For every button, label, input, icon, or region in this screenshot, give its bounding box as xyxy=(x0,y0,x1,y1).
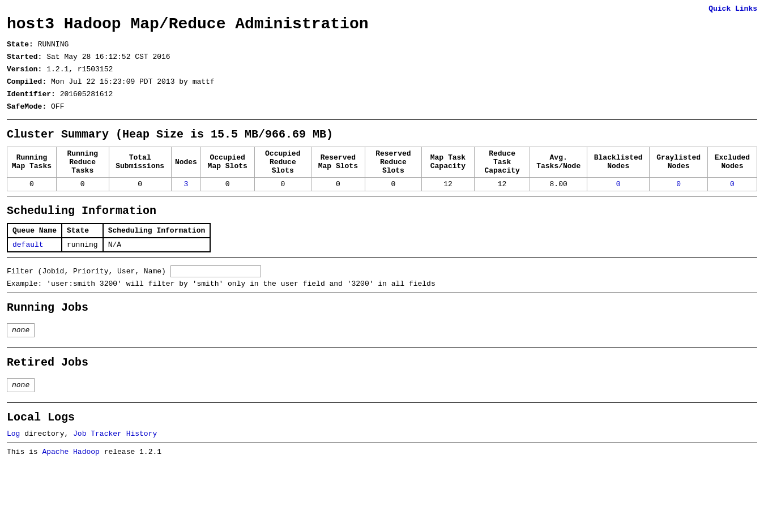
cell-occupied-reduce-slots: 0 xyxy=(254,177,311,191)
divider-1 xyxy=(7,119,757,120)
cell-occupied-map-slots: 0 xyxy=(200,177,254,191)
cell-reserved-reduce-slots: 0 xyxy=(365,177,421,191)
identifier-value: 201605281612 xyxy=(60,90,113,98)
cell-reduce-task-capacity: 12 xyxy=(474,177,530,191)
col-reduce-task-capacity: Reduce Task Capacity xyxy=(474,147,530,177)
col-excluded-nodes: Excluded Nodes xyxy=(707,147,757,177)
excluded-nodes-link[interactable]: 0 xyxy=(730,180,735,188)
graylisted-nodes-link[interactable]: 0 xyxy=(676,180,681,188)
cell-reserved-map-slots: 0 xyxy=(311,177,365,191)
safemode-value: OFF xyxy=(51,102,64,111)
divider-4 xyxy=(7,293,757,293)
cluster-table-header-row: Running Map Tasks Running Reduce Tasks T… xyxy=(7,147,757,177)
col-running-map-tasks: Running Map Tasks xyxy=(7,147,57,177)
status-block: State: RUNNING Started: Sat May 28 16:12… xyxy=(7,38,757,114)
cluster-summary-title: Cluster Summary (Heap Size is 15.5 MB/96… xyxy=(7,128,757,141)
col-blacklisted-nodes: Blacklisted Nodes xyxy=(587,147,650,177)
col-nodes: Nodes xyxy=(171,147,200,177)
cell-avg-tasks-node: 8.00 xyxy=(530,177,587,191)
divider-2 xyxy=(7,196,757,196)
sched-cell-state: running xyxy=(62,238,103,252)
nodes-link[interactable]: 3 xyxy=(183,180,188,188)
sched-cell-info: N/A xyxy=(103,238,211,252)
version-value: 1.2.1, r1503152 xyxy=(46,65,113,74)
col-map-task-capacity: Map Task Capacity xyxy=(422,147,475,177)
divider-6 xyxy=(7,402,757,403)
blacklisted-nodes-link[interactable]: 0 xyxy=(616,180,621,188)
status-version-row: Version: 1.2.1, r1503152 xyxy=(7,63,757,76)
status-compiled-row: Compiled: Mon Jul 22 15:23:09 PDT 2013 b… xyxy=(7,76,757,88)
version-label: Version: xyxy=(7,65,42,74)
quick-links-bar: Quick Links xyxy=(7,5,757,13)
status-started-row: Started: Sat May 28 16:12:52 CST 2016 xyxy=(7,51,757,63)
divider-5 xyxy=(7,347,757,348)
col-reserved-map-slots: Reserved Map Slots xyxy=(311,147,365,177)
footer-text: This is Apache Hadoop release 1.2.1 xyxy=(7,448,757,456)
status-state-row: State: RUNNING xyxy=(7,38,757,51)
cell-running-reduce-tasks: 0 xyxy=(56,177,109,191)
state-label: State: xyxy=(7,40,33,49)
status-identifier-row: Identifier: 201605281612 xyxy=(7,88,757,101)
divider-3 xyxy=(7,257,757,258)
started-value: Sat May 28 16:12:52 CST 2016 xyxy=(46,53,170,61)
scheduling-title: Scheduling Information xyxy=(7,204,757,217)
safemode-label: SafeMode: xyxy=(7,102,46,111)
sched-col-state: State xyxy=(62,224,103,238)
log-directory-text: directory, xyxy=(24,430,73,438)
sched-cell-queue-name: default xyxy=(7,238,62,252)
local-logs-title: Local Logs xyxy=(7,411,757,424)
cell-map-task-capacity: 12 xyxy=(422,177,475,191)
retired-jobs-title: Retired Jobs xyxy=(7,356,757,369)
scheduling-table: Queue Name State Scheduling Information … xyxy=(7,223,211,252)
local-logs-links: Log directory, Job Tracker History xyxy=(7,430,757,438)
cell-nodes: 3 xyxy=(171,177,200,191)
cell-graylisted-nodes: 0 xyxy=(650,177,708,191)
sched-header-row: Queue Name State Scheduling Information xyxy=(7,224,210,238)
cell-blacklisted-nodes: 0 xyxy=(587,177,650,191)
footer-before: This is xyxy=(7,448,38,456)
cell-excluded-nodes: 0 xyxy=(707,177,757,191)
started-label: Started: xyxy=(7,53,42,61)
running-jobs-title: Running Jobs xyxy=(7,301,757,314)
filter-example: Example: 'user:smith 3200' will filter b… xyxy=(7,280,757,288)
col-graylisted-nodes: Graylisted Nodes xyxy=(650,147,708,177)
cluster-summary-table: Running Map Tasks Running Reduce Tasks T… xyxy=(7,147,757,191)
divider-7 xyxy=(7,443,757,443)
identifier-label: Identifier: xyxy=(7,90,56,98)
col-avg-tasks-node: Avg. Tasks/Node xyxy=(530,147,587,177)
cell-running-map-tasks: 0 xyxy=(7,177,57,191)
filter-row: Filter (Jobid, Priority, User, Name) xyxy=(7,265,757,277)
running-jobs-none: none xyxy=(7,323,35,337)
cluster-table-data-row: 0 0 0 3 0 0 0 0 12 12 8.00 0 0 0 xyxy=(7,177,757,191)
status-safemode-row: SafeMode: OFF xyxy=(7,101,757,113)
col-occupied-reduce-slots: Occupied Reduce Slots xyxy=(254,147,311,177)
filter-label: Filter (Jobid, Priority, User, Name) xyxy=(7,267,166,276)
col-occupied-map-slots: Occupied Map Slots xyxy=(200,147,254,177)
col-total-submissions: Total Submissions xyxy=(109,147,171,177)
job-tracker-history-link[interactable]: Job Tracker History xyxy=(73,430,157,438)
compiled-label: Compiled: xyxy=(7,78,46,86)
default-queue-link[interactable]: default xyxy=(12,241,44,249)
log-link[interactable]: Log xyxy=(7,430,20,438)
col-running-reduce-tasks: Running Reduce Tasks xyxy=(56,147,109,177)
sched-col-info: Scheduling Information xyxy=(103,224,211,238)
retired-jobs-none: none xyxy=(7,378,35,392)
apache-hadoop-link[interactable]: Apache Hadoop xyxy=(42,448,99,456)
sched-col-queue-name: Queue Name xyxy=(7,224,62,238)
filter-input[interactable] xyxy=(170,265,261,277)
state-value: RUNNING xyxy=(38,40,69,49)
sched-data-row: default running N/A xyxy=(7,238,210,252)
col-reserved-reduce-slots: Reserved Reduce Slots xyxy=(365,147,421,177)
quick-links-link[interactable]: Quick Links xyxy=(708,5,757,13)
page-title: host3 Hadoop Map/Reduce Administration xyxy=(7,15,757,33)
footer-after: release 1.2.1 xyxy=(104,448,161,456)
compiled-value: Mon Jul 22 15:23:09 PDT 2013 by mattf xyxy=(51,78,215,86)
cell-total-submissions: 0 xyxy=(109,177,171,191)
